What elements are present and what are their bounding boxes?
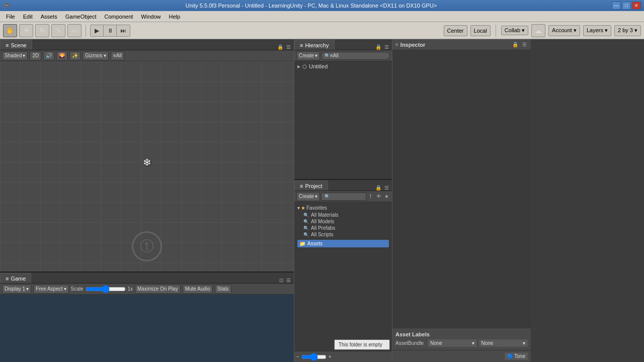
game-panel-menu[interactable]: ☰ [285,278,292,283]
fav-item-scripts[interactable]: 🔍 All Scripts [297,231,389,238]
cloud-button[interactable]: ☁ [531,24,545,37]
hierarchy-item-untitled[interactable]: ▶ ⬡ Untitled [295,62,391,70]
inspector-lock-icon[interactable]: 🔒 [511,42,519,47]
scene-view[interactable]: ❄ ⓣ [0,61,294,272]
game-view[interactable] [0,295,294,362]
titlebar: 🎮 Unity 5.5.0f3 Personal - Untitled - Le… [0,0,644,11]
project-search[interactable]: 🔍 [321,193,366,201]
tone-button[interactable]: 🔵 Tone [505,352,528,360]
project-zoom-slider[interactable] [301,354,327,359]
maximize-button[interactable]: □ [622,2,631,10]
menu-edit[interactable]: Edit [19,13,37,21]
asset-bundle-variant-dropdown[interactable]: None ▾ [479,339,528,347]
tab-project[interactable]: ≡ Project [294,180,328,191]
display-dropdown[interactable]: Display 1 ▾ [2,285,31,294]
close-button[interactable]: ✕ [632,2,641,10]
asset-bundle-label: AssetBundle [395,340,426,346]
menu-gameobject[interactable]: GameObject [61,13,101,21]
audio-button[interactable]: 🔊 [43,51,54,60]
account-dropdown[interactable]: Account ▾ [548,25,580,36]
inspector-panel: ≡ Inspector 🔒 ☰ Asset Labels AssetBundle… [392,39,531,362]
layers-label: Layers ▾ [587,27,608,34]
tab-game[interactable]: ≡ Game [0,273,31,283]
step-button[interactable]: ⏭ [117,25,130,36]
fav-item-models[interactable]: 🔍 All Models [297,218,389,225]
zoom-in-icon[interactable]: + [329,354,332,359]
scene-menu-icon[interactable]: ☰ [285,44,292,50]
window-controls: — □ ✕ [612,2,641,10]
layers-dropdown[interactable]: Layers ▾ [583,25,611,36]
project-star-icon[interactable]: ⭡ [367,194,374,199]
tab-hierarchy[interactable]: ≡ Hierarchy [294,40,335,50]
project-star2-icon[interactable]: ★ [383,194,390,199]
project-content: ▾ ★ Favorites 🔍 All Materials 🔍 All Mode… [294,202,392,338]
project-panel-actions: 🔒 ☰ [374,185,392,191]
inspector-menu-icon[interactable]: ☰ [521,42,528,47]
hierarchy-lock-icon[interactable]: 🔒 [374,44,382,50]
aspect-dropdown[interactable]: Free Aspect ▾ [33,285,68,294]
hand-tool[interactable]: ✋ [3,24,17,37]
skybox-button[interactable]: 🌄 [56,51,67,60]
menu-component[interactable]: Component [100,13,137,21]
menu-assets[interactable]: Assets [37,13,61,21]
scene-tab-label: Scene [11,42,26,48]
asset-bundle-dropdown[interactable]: None ▾ [428,339,477,347]
maximize-on-play-button[interactable]: Maximize On Play [135,285,181,294]
stats-button[interactable]: Stats [215,285,231,294]
project-create-button[interactable]: Create ▾ [296,192,320,201]
tone-bar: 🔵 Tone [392,350,531,362]
gizmos-dropdown[interactable]: Gizmos ▾ [83,51,109,60]
menu-help[interactable]: Help [165,13,184,21]
fx-button[interactable]: ✨ [69,51,80,60]
move-tool[interactable]: ✛ [19,24,33,37]
display-label: Display 1 [5,286,25,292]
minimize-button[interactable]: — [612,2,621,10]
scene-object: ❄ [143,156,151,168]
scale-tool[interactable]: ⤡ [51,24,65,37]
local-dropdown[interactable]: Local [470,25,491,36]
zoom-out-icon[interactable]: − [296,354,299,359]
menu-window[interactable]: Window [137,13,165,21]
play-button[interactable]: ▶ [91,25,104,36]
hierarchy-item-label: Untitled [309,63,328,69]
tab-scene[interactable]: ≡ Scene [0,40,32,50]
fav-item-materials[interactable]: 🔍 All Materials [297,212,389,218]
asset-bundle-variant-arrow: ▾ [523,340,525,346]
mode-2d-button[interactable]: 2D [30,51,41,60]
fav-icon-prefabs: 🔍 [303,226,309,231]
fav-item-prefabs[interactable]: 🔍 All Prefabs [297,225,389,231]
menu-file[interactable]: File [2,13,19,21]
game-panel-maximize[interactable]: ⊡ [278,278,284,283]
shading-dropdown[interactable]: Shaded ▾ [2,51,28,60]
window-title: Unity 5.5.0f3 Personal - Untitled - Lear… [11,3,612,9]
inspector-toolbar: ≡ Inspector 🔒 ☰ [392,39,531,50]
mute-audio-button[interactable]: Mute Audio [183,285,213,294]
layout-label: 2 by 3 ▾ [618,27,637,34]
hierarchy-menu-icon[interactable]: ☰ [383,44,390,50]
pause-button[interactable]: ⏸ [104,25,117,36]
hierarchy-create-button[interactable]: Create ▾ [296,51,320,60]
project-eye-icon[interactable]: 👁 [375,194,382,199]
shading-arrow: ▾ [23,53,25,58]
collab-button[interactable]: Collab ▾ [501,26,528,35]
scale-slider[interactable] [86,286,126,292]
favorites-header[interactable]: ▾ ★ Favorites [297,204,389,212]
assets-folder-item[interactable]: 📁 Assets [297,240,389,247]
hierarchy-toolbar: Create ▾ 🔍 ≡All [294,50,392,61]
empty-folder-text: This folder is empty [339,342,382,347]
center-dropdown[interactable]: Center [444,25,467,36]
game-tab-label: Game [11,276,26,282]
inspector-content [392,50,531,328]
project-menu-icon[interactable]: ☰ [383,185,390,191]
scene-lock-icon[interactable]: 🔒 [276,44,284,50]
hierarchy-tab-label: Hierarchy [305,42,329,48]
layout-dropdown[interactable]: 2 by 3 ▾ [614,25,641,36]
rotate-tool[interactable]: ↻ [35,24,49,37]
inspector-actions: 🔒 ☰ [511,42,528,47]
rect-tool[interactable]: ▭ [67,24,82,37]
scene-search-all[interactable]: ≡All [111,51,124,60]
hierarchy-search[interactable]: 🔍 ≡All [321,52,390,60]
project-lock-icon[interactable]: 🔒 [374,185,382,191]
favorites-label: Favorites [306,205,327,211]
play-controls: ▶ ⏸ ⏭ [90,25,130,37]
